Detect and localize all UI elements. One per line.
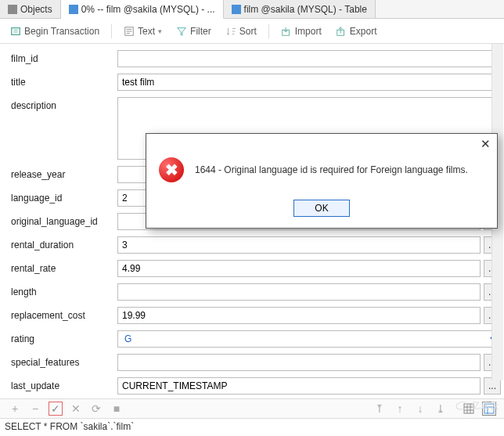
label-special-features: special_features xyxy=(11,354,117,368)
label-original-language-id: original_language_id xyxy=(11,213,117,227)
last-update-input[interactable] xyxy=(117,377,481,395)
text-button[interactable]: Text ▾ xyxy=(118,23,167,40)
stop-button[interactable]: ■ xyxy=(110,402,124,416)
rental-duration-input[interactable] xyxy=(117,236,481,254)
label: Import xyxy=(295,26,322,37)
label: Sort xyxy=(239,26,257,37)
label-language-id: language_id xyxy=(11,189,117,204)
label: Text xyxy=(138,26,155,37)
tab-bar: Objects 0% -- film @sakila (MYSQL) - ...… xyxy=(0,0,504,19)
label-title: title xyxy=(11,74,117,88)
export-icon xyxy=(336,26,347,37)
transaction-icon xyxy=(10,26,21,37)
svg-rect-0 xyxy=(12,27,20,34)
error-dialog: ✕ ✖ 1644 - Original language id is requi… xyxy=(146,133,498,229)
separator xyxy=(111,24,112,38)
text-icon xyxy=(124,26,135,37)
first-record-button[interactable]: ⤒ xyxy=(373,402,387,416)
last-record-button[interactable]: ⤓ xyxy=(434,402,448,416)
tab-label: Objects xyxy=(20,4,52,15)
watermark: 亿速云 xyxy=(455,399,499,413)
special-features-input[interactable] xyxy=(117,354,481,371)
import-button[interactable]: Import xyxy=(275,23,327,40)
replacement-cost-input[interactable] xyxy=(117,307,481,324)
length-input[interactable] xyxy=(117,283,481,301)
tab-label: 0% -- film @sakila (MYSQL) - ... xyxy=(81,4,215,15)
cancel-button[interactable]: ✕ xyxy=(69,402,83,416)
cloud-icon xyxy=(455,402,470,411)
chevron-down-icon: ▾ xyxy=(158,27,162,35)
label-last-update: last_update xyxy=(11,377,117,391)
grid-icon xyxy=(232,5,241,14)
dialog-ok-button[interactable]: OK xyxy=(293,200,349,217)
label-rental-rate: rental_rate xyxy=(11,260,117,274)
tab-film-query[interactable]: 0% -- film @sakila (MYSQL) - ... xyxy=(61,0,224,19)
begin-transaction-button[interactable]: Begin Transaction xyxy=(5,23,105,40)
dialog-message: 1644 - Original language id is required … xyxy=(195,164,468,175)
add-row-button[interactable]: + xyxy=(8,402,22,416)
dialog-close-button[interactable]: ✕ xyxy=(478,137,492,151)
tab-label: film @sakila (MYSQL) - Table xyxy=(244,4,367,15)
label-rating: rating xyxy=(11,330,117,344)
prev-record-button[interactable]: ↑ xyxy=(393,402,407,416)
sort-button[interactable]: Sort xyxy=(220,23,262,40)
filter-icon xyxy=(176,26,187,37)
rental-rate-input[interactable] xyxy=(117,260,481,277)
toolbar: Begin Transaction Text ▾ Filter Sort Imp… xyxy=(0,19,504,44)
tab-film-table[interactable]: film @sakila (MYSQL) - Table xyxy=(224,0,376,18)
label-release-year: release_year xyxy=(11,166,117,180)
label-length: length xyxy=(11,283,117,297)
export-button[interactable]: Export xyxy=(330,23,383,40)
bottom-toolbar: + − ✓ ✕ ⟳ ■ ⤒ ↑ ↓ ⤓ xyxy=(0,398,504,419)
delete-row-button[interactable]: − xyxy=(28,402,42,416)
title-input[interactable] xyxy=(117,74,501,91)
next-record-button[interactable]: ↓ xyxy=(413,402,427,416)
film-id-input[interactable] xyxy=(117,50,501,67)
refresh-button[interactable]: ⟳ xyxy=(89,402,103,416)
label-rental-duration: rental_duration xyxy=(11,236,117,250)
import-icon xyxy=(281,26,292,37)
objects-icon xyxy=(8,5,17,14)
label: Begin Transaction xyxy=(24,26,99,37)
filter-button[interactable]: Filter xyxy=(171,23,217,40)
label-replacement-cost: replacement_cost xyxy=(11,307,117,321)
error-icon: ✖ xyxy=(159,157,184,182)
rating-select[interactable]: G xyxy=(117,330,501,348)
label-description: description xyxy=(11,97,117,111)
status-bar: SELECT * FROM `sakila`.`film` xyxy=(0,419,504,436)
label: Filter xyxy=(190,26,211,37)
separator xyxy=(268,24,269,38)
sort-icon xyxy=(225,26,236,37)
grid-icon xyxy=(69,5,78,14)
apply-button[interactable]: ✓ xyxy=(49,402,63,416)
tab-objects[interactable]: Objects xyxy=(0,0,61,18)
label-film-id: film_id xyxy=(11,50,117,64)
label: Export xyxy=(350,26,377,37)
